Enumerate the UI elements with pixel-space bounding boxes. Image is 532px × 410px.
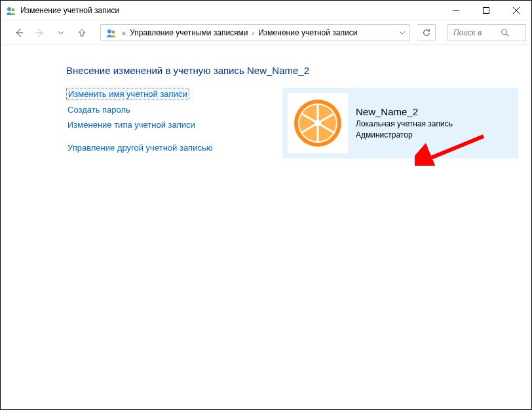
svg-point-1 (12, 8, 15, 11)
address-bar[interactable]: « Управление учетными записями › Изменен… (100, 24, 409, 41)
svg-rect-2 (484, 7, 489, 13)
avatar (288, 93, 348, 153)
close-button[interactable] (501, 1, 531, 20)
account-role: Администратор (356, 130, 453, 140)
create-password-link[interactable]: Создать пароль (66, 104, 132, 115)
page-title: Внесение изменений в учетную запись New_… (66, 65, 518, 76)
manage-other-account-link[interactable]: Управление другой учетной записью (66, 142, 214, 153)
title-bar: Изменение учетной записи (1, 1, 531, 20)
account-name: New_Name_2 (356, 106, 453, 117)
minimize-button[interactable] (441, 1, 471, 20)
user-accounts-icon (106, 28, 117, 38)
svg-point-0 (7, 7, 11, 11)
window-title: Изменение учетной записи (20, 6, 119, 15)
action-links: Изменить имя учетной записи Создать паро… (66, 88, 256, 158)
navigation-bar: « Управление учетными записями › Изменен… (1, 20, 531, 45)
search-input[interactable] (452, 28, 498, 38)
address-history-button[interactable] (394, 25, 409, 41)
breadcrumb-prefix: « (122, 29, 126, 37)
svg-point-3 (107, 29, 111, 33)
rename-account-link[interactable]: Изменить имя учетной записи (66, 88, 189, 100)
search-icon (501, 28, 510, 37)
up-button[interactable] (75, 26, 88, 39)
breadcrumb-item[interactable]: Управление учетными записями (128, 27, 249, 39)
content-area: Внесение изменений в учетную запись New_… (1, 45, 531, 408)
svg-point-4 (112, 30, 115, 33)
account-type: Локальная учетная запись (356, 119, 453, 129)
forward-button[interactable] (33, 26, 47, 39)
svg-point-5 (502, 29, 507, 34)
chevron-right-icon[interactable]: › (252, 29, 255, 37)
svg-point-15 (314, 120, 321, 126)
recent-locations-button[interactable] (54, 26, 67, 39)
account-card[interactable]: New_Name_2 Локальная учетная запись Адми… (282, 88, 518, 158)
change-account-type-link[interactable]: Изменение типа учетной записи (66, 119, 197, 130)
orange-slice-icon (292, 97, 344, 149)
back-button[interactable] (12, 26, 26, 39)
user-accounts-icon (6, 5, 16, 16)
refresh-button[interactable] (417, 24, 436, 41)
search-box[interactable] (447, 24, 526, 41)
account-info: New_Name_2 Локальная учетная запись Адми… (356, 106, 453, 140)
breadcrumb-item[interactable]: Изменение учетной записи (257, 27, 358, 39)
maximize-button[interactable] (471, 1, 501, 20)
